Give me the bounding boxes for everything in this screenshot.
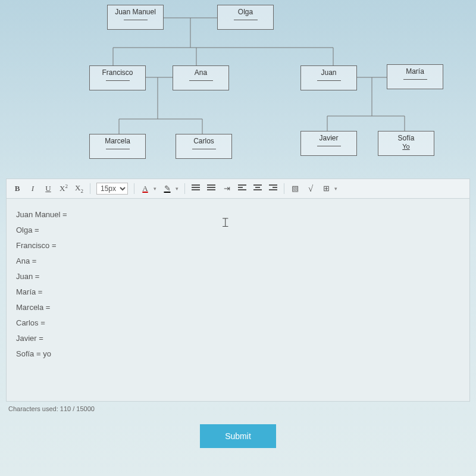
superscript-button[interactable]: X2 xyxy=(59,183,68,193)
node-label: Javier xyxy=(319,134,338,142)
align-left-button[interactable] xyxy=(237,183,247,194)
highlight-button[interactable]: ✎ xyxy=(162,184,172,193)
editor-line: María = xyxy=(16,284,460,300)
align-center-button[interactable] xyxy=(253,183,262,194)
node-label: Carlos xyxy=(193,137,214,145)
character-counter: Characters used: 110 / 15000 xyxy=(0,402,476,416)
node-olga: Olga xyxy=(217,5,274,30)
node-label: Juan Manuel xyxy=(115,8,156,16)
text-cursor-icon: 𝙸 xyxy=(221,209,230,236)
editor-line: Carlos = xyxy=(16,315,460,331)
align-right-button[interactable] xyxy=(268,183,278,194)
equation-button[interactable]: √ xyxy=(306,184,315,194)
chevron-down-icon[interactable]: ▾ xyxy=(176,186,178,192)
family-tree-diagram: Juan Manuel Olga Francisco Ana Juan Marí… xyxy=(0,0,476,178)
unordered-list-button[interactable] xyxy=(191,183,201,194)
image-button[interactable]: ▧ xyxy=(290,184,300,193)
node-label: María xyxy=(406,67,424,76)
rich-text-editor: B I U X2 X2 15px A▾ ✎▾ ⇥ ▧ √ ⊞▾ xyxy=(6,178,470,402)
editor-line: Javier = xyxy=(16,331,460,346)
node-marcela: Marcela xyxy=(89,134,146,159)
node-juan: Juan xyxy=(300,65,357,90)
editor-toolbar: B I U X2 X2 15px A▾ ✎▾ ⇥ ▧ √ ⊞▾ xyxy=(7,179,469,199)
bold-button[interactable]: B xyxy=(12,184,22,193)
editor-line: Juan Manuel = xyxy=(16,207,460,223)
node-label: Juan xyxy=(321,68,336,77)
outdent-button[interactable]: ⇥ xyxy=(222,184,231,193)
editor-line: Sofía = yo xyxy=(16,346,460,362)
editor-line: Francisco = xyxy=(16,238,460,253)
node-label: Francisco xyxy=(102,68,133,77)
node-carlos: Carlos xyxy=(176,134,232,159)
table-button[interactable]: ⊞ xyxy=(321,184,331,193)
font-size-select[interactable]: 15px xyxy=(96,183,128,195)
node-label: Sofía xyxy=(397,134,414,142)
editor-line: Juan = xyxy=(16,269,460,284)
underline-button[interactable]: U xyxy=(43,184,53,193)
node-maria: María xyxy=(387,64,443,89)
node-label: Olga xyxy=(238,8,253,16)
node-javier: Javier xyxy=(300,131,357,156)
node-sofia: Sofía Yo xyxy=(378,131,434,156)
submit-button[interactable]: Submit xyxy=(200,424,276,448)
chevron-down-icon[interactable]: ▾ xyxy=(154,186,156,192)
node-juan-manuel: Juan Manuel xyxy=(107,5,164,30)
node-francisco: Francisco xyxy=(89,65,146,90)
node-label: Ana xyxy=(195,68,207,77)
italic-button[interactable]: I xyxy=(28,184,37,193)
node-sofia-sub: Yo xyxy=(402,143,409,150)
subscript-button[interactable]: X2 xyxy=(74,183,84,194)
editor-line: Olga = xyxy=(16,223,460,238)
node-label: Marcela xyxy=(105,137,130,145)
editor-line: Marcela = xyxy=(16,300,460,315)
chevron-down-icon[interactable]: ▾ xyxy=(334,186,337,192)
text-color-button[interactable]: A xyxy=(140,184,150,193)
ordered-list-button[interactable] xyxy=(206,183,216,194)
node-ana: Ana xyxy=(173,65,229,90)
editor-textarea[interactable]: 𝙸 Juan Manuel = Olga = Francisco = Ana =… xyxy=(7,199,469,401)
editor-line: Ana = xyxy=(16,253,460,269)
